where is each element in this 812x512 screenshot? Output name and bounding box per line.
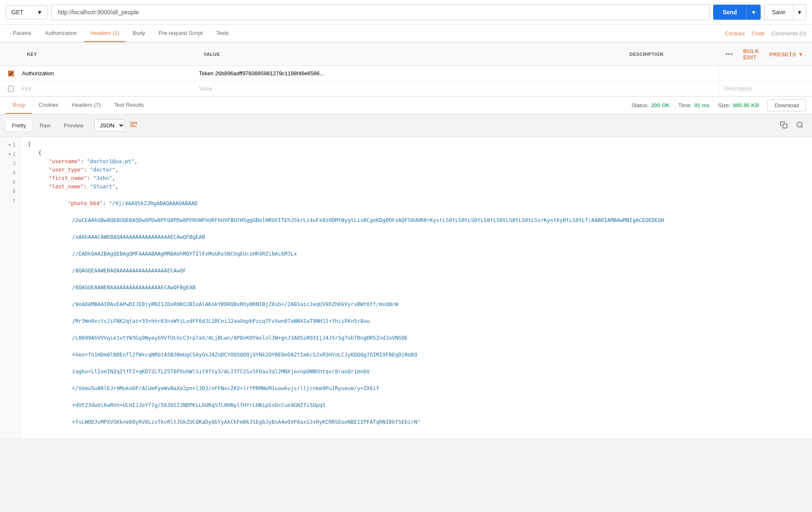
cell-value — [194, 66, 719, 81]
tab-params[interactable]: Params — [6, 25, 38, 42]
empty-description-input[interactable] — [719, 81, 812, 96]
more-options-icon[interactable]: ••• — [722, 49, 736, 60]
res-tab-cookies[interactable]: Cookies — [32, 97, 65, 114]
line-num-6: 6 — [0, 187, 21, 196]
view-tab-pretty[interactable]: Pretty — [6, 120, 32, 131]
empty-cell-description — [719, 81, 812, 96]
res-tab-test-results[interactable]: Test Results — [107, 97, 151, 114]
url-input[interactable] — [51, 4, 710, 20]
svg-rect-4 — [783, 124, 787, 128]
wrap-icon[interactable] — [126, 118, 141, 133]
col-description: DESCRIPTION — [624, 48, 717, 60]
cell-key — [17, 66, 194, 81]
empty-table-row — [0, 81, 812, 96]
line-num-3: 3 — [0, 159, 21, 168]
status-item: Status: 200 OK — [632, 102, 670, 108]
col-value: VALUE — [199, 48, 624, 60]
view-icons — [778, 119, 806, 132]
col-key: KEY — [22, 48, 199, 60]
empty-row-checkbox[interactable] — [8, 86, 14, 92]
svg-point-5 — [797, 122, 802, 127]
request-tabs: Params Authorization Headers (1) Body Pr… — [0, 25, 812, 42]
empty-key-input[interactable] — [17, 81, 194, 96]
tab-prerequest[interactable]: Pre-request Script — [152, 25, 210, 42]
tab-authorization[interactable]: Authorization — [38, 25, 84, 42]
code-link[interactable]: Code — [752, 30, 765, 37]
save-button[interactable]: Save — [764, 4, 793, 20]
res-tab-body[interactable]: Body — [6, 97, 32, 114]
json-format-group: JSON — [94, 118, 141, 133]
size-item: Size: 985.95 KB — [718, 102, 759, 108]
presets-button[interactable]: Presets ▼ — [766, 50, 807, 59]
code-line-1: [ — [28, 140, 805, 149]
svg-line-6 — [801, 126, 802, 127]
method-label: GET — [11, 9, 24, 16]
save-dropdown-button[interactable]: ▼ — [793, 4, 806, 20]
send-button-group: Send ▼ — [713, 5, 760, 20]
code-line-4: "user_type": "doctor", — [28, 166, 805, 174]
method-dropdown-icon: ▼ — [37, 9, 42, 16]
request-tab-right: Cookies Code Comments (0) — [725, 30, 806, 37]
status-label: Status: — [632, 102, 648, 108]
time-value: 91 ms — [694, 102, 710, 108]
response-status-area: Status: 200 OK Time: 91 ms Size: 985.95 … — [632, 99, 806, 111]
view-tab-raw[interactable]: Raw — [34, 120, 56, 131]
status-value: 200 OK — [651, 102, 670, 108]
code-line-6: "last_name": "Stuart", — [28, 182, 805, 191]
cookies-link[interactable]: Cookies — [725, 30, 745, 37]
size-value: 985.95 KB — [733, 102, 759, 108]
line-num-5: 5 — [0, 178, 21, 187]
response-view-tabs: Pretty Raw Preview JSON — [0, 114, 812, 137]
method-select[interactable]: GET ▼ — [6, 5, 48, 19]
tab-tests[interactable]: Tests — [210, 25, 236, 42]
code-line-2: { — [28, 149, 805, 157]
table-row — [0, 66, 812, 81]
line-num-2: ▼2 — [0, 150, 21, 159]
copy-icon[interactable] — [778, 119, 790, 132]
cell-description — [719, 66, 812, 81]
tab-headers[interactable]: Headers (1) — [84, 25, 126, 42]
comments-link[interactable]: Comments (0) — [772, 30, 806, 37]
size-label: Size: — [718, 102, 730, 108]
presets-dropdown-icon: ▼ — [798, 51, 804, 58]
res-tab-headers[interactable]: Headers (7) — [65, 97, 108, 114]
code-line-3: "username": "doctor1@ua.pt", — [28, 157, 805, 166]
save-button-group: Save ▼ — [764, 4, 806, 20]
code-line-5: "first_name": "John", — [28, 174, 805, 182]
send-dropdown-button[interactable]: ▼ — [746, 5, 761, 20]
time-item: Time: 91 ms — [678, 102, 710, 108]
code-line-7: "photo_b64": "/9j/4AAQSkZJRgABAQAAAQABAA… — [28, 191, 805, 435]
code-content: [ { "username": "doctor1@ua.pt", "user_t… — [21, 137, 812, 438]
table-header-row: KEY VALUE DESCRIPTION ••• Bulk Edit Pres… — [0, 42, 812, 66]
toolbar: GET ▼ Send ▼ Save ▼ — [0, 0, 812, 25]
code-area: ▼1 ▼2 3 4 5 6 7 [ { "username": "doctor1… — [0, 137, 812, 438]
row-checkbox-container — [5, 71, 17, 77]
format-select[interactable]: JSON — [94, 119, 125, 132]
value-input[interactable] — [194, 66, 719, 81]
description-input[interactable] — [719, 66, 812, 81]
search-icon[interactable] — [793, 119, 806, 132]
line-num-7: 7 — [0, 196, 21, 206]
download-button[interactable]: Download — [767, 99, 806, 111]
line-num-4: 4 — [0, 169, 21, 178]
key-input[interactable] — [17, 66, 194, 81]
row-checkbox[interactable] — [8, 71, 14, 77]
time-label: Time: — [678, 102, 692, 108]
send-button[interactable]: Send — [713, 5, 746, 20]
line-numbers: ▼1 ▼2 3 4 5 6 7 — [0, 137, 21, 438]
line-num-1: ▼1 — [0, 140, 21, 150]
tab-body[interactable]: Body — [126, 25, 152, 42]
headers-table: KEY VALUE DESCRIPTION ••• Bulk Edit Pres… — [0, 42, 812, 97]
bulk-edit-button[interactable]: Bulk Edit — [740, 46, 762, 62]
view-tab-preview[interactable]: Preview — [58, 120, 89, 131]
empty-cell-value — [194, 81, 719, 96]
empty-row-checkbox-container — [5, 86, 17, 92]
response-tabs: Body Cookies Headers (7) Test Results St… — [0, 97, 812, 114]
empty-cell-key — [17, 81, 194, 96]
empty-value-input[interactable] — [194, 81, 719, 96]
col-actions: ••• Bulk Edit Presets ▼ — [717, 43, 812, 66]
